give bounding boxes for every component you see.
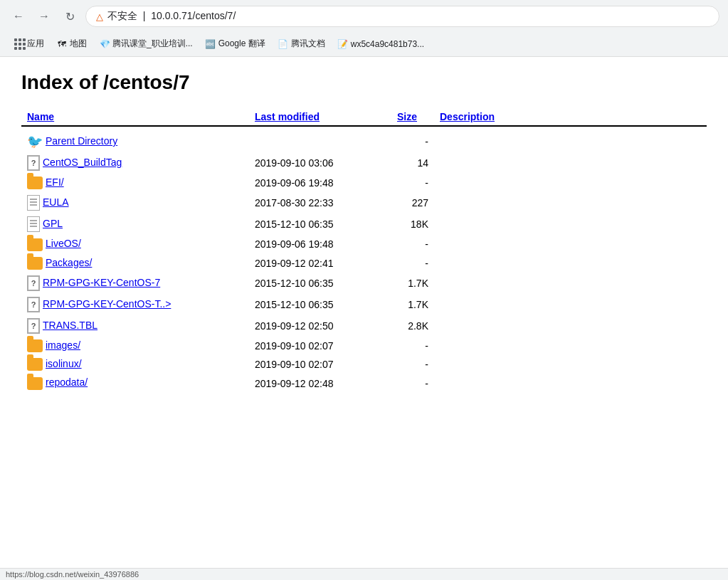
table-row: GPL2015-12-10 06:3518K <box>21 213 707 235</box>
bookmark-map[interactable]: 🗺 地图 <box>51 36 93 52</box>
file-size-cell: - <box>391 174 434 192</box>
table-row: LiveOS/2019-09-06 19:48- <box>21 235 707 253</box>
file-name-cell: EFI/ <box>21 174 249 192</box>
reload-button[interactable]: ↻ <box>60 6 80 26</box>
table-row: Packages/2019-09-12 02:41- <box>21 254 707 273</box>
file-link[interactable]: EULA <box>43 196 69 208</box>
file-desc-cell <box>434 152 707 174</box>
file-name-cell: repodata/ <box>21 374 249 392</box>
file-modified-cell: 2019-09-10 02:07 <box>249 355 391 374</box>
file-name-cell: TRANS.TBL <box>21 315 249 337</box>
file-link[interactable]: Packages/ <box>46 257 92 268</box>
apps-grid-icon <box>14 39 24 49</box>
file-size-cell: 1.7K <box>391 273 434 294</box>
folder-icon <box>27 358 43 371</box>
name-sort-link[interactable]: Name <box>27 111 54 122</box>
bookmark-apps[interactable]: 应用 <box>9 36 50 52</box>
folder-icon <box>27 238 43 251</box>
file-link[interactable]: LiveOS/ <box>46 238 81 249</box>
file-desc-cell <box>434 213 707 235</box>
file-name-cell: CentOS_BuildTag <box>21 152 249 174</box>
security-label: 不安全 <box>107 10 137 21</box>
table-row: images/2019-09-10 02:07- <box>21 337 707 355</box>
file-size-cell: - <box>391 126 434 152</box>
address-bar[interactable]: △ 不安全 | 10.0.0.71/centos/7/ <box>85 6 719 27</box>
file-link[interactable]: EFI/ <box>46 176 64 188</box>
browser-chrome: ← → ↻ △ 不安全 | 10.0.0.71/centos/7/ 应用 � <box>0 0 728 57</box>
bookmark-tencent-doc[interactable]: 📄 腾讯文档 <box>273 36 331 52</box>
file-link[interactable]: TRANS.TBL <box>43 320 97 331</box>
tencent-class-icon: 💎 <box>100 39 110 49</box>
file-modified-cell: 2019-09-10 02:07 <box>249 337 391 355</box>
bookmark-tencent-class[interactable]: 💎 腾讯课堂_职业培训... <box>94 36 199 52</box>
file-modified-cell <box>249 126 391 152</box>
file-link[interactable]: repodata/ <box>46 376 88 388</box>
unknown-file-icon <box>27 155 40 171</box>
file-size-cell: - <box>391 374 434 392</box>
file-modified-cell: 2019-09-10 03:06 <box>249 152 391 174</box>
file-name-cell: EULA <box>21 192 249 213</box>
file-size-cell: 227 <box>391 192 434 213</box>
table-row: EFI/2019-09-06 19:48- <box>21 174 707 192</box>
file-modified-cell: 2019-09-12 02:41 <box>249 254 391 273</box>
file-link[interactable]: Parent Directory <box>46 135 117 147</box>
security-warning-icon: △ <box>96 11 103 22</box>
unknown-file-icon <box>27 275 40 291</box>
file-link[interactable]: RPM-GPG-KEY-CentOS-T..> <box>43 298 171 310</box>
file-desc-cell <box>434 374 707 392</box>
table-row: isolinux/2019-09-10 02:07- <box>21 355 707 374</box>
bookmark-apps-label: 应用 <box>27 38 44 50</box>
file-desc-cell <box>434 355 707 374</box>
file-desc-cell <box>434 273 707 294</box>
file-link[interactable]: images/ <box>46 339 80 351</box>
file-desc-cell <box>434 192 707 213</box>
file-size-cell: - <box>391 355 434 374</box>
modified-sort-link[interactable]: Last modified <box>255 111 320 122</box>
page-content: Index of /centos/7 Name Last modified Si… <box>0 57 728 407</box>
file-size-cell: 2.8K <box>391 315 434 337</box>
desc-sort-link[interactable]: Description <box>440 111 495 122</box>
file-modified-cell: 2019-09-12 02:50 <box>249 315 391 337</box>
file-desc-cell <box>434 254 707 273</box>
page-title: Index of /centos/7 <box>21 71 707 94</box>
file-desc-cell <box>434 315 707 337</box>
text-file-icon <box>27 195 40 211</box>
unknown-file-icon <box>27 318 40 334</box>
map-icon: 🗺 <box>57 39 67 49</box>
file-link[interactable]: RPM-GPG-KEY-CentOS-7 <box>43 277 160 288</box>
tencent-doc-icon: 📄 <box>278 39 288 49</box>
file-link[interactable]: CentOS_BuildTag <box>43 157 122 168</box>
file-size-cell: - <box>391 235 434 253</box>
col-header-modified: Last modified <box>249 108 391 126</box>
file-modified-cell: 2019-09-06 19:48 <box>249 235 391 253</box>
parent-dir-icon: 🐦 <box>27 135 43 149</box>
file-size-cell: - <box>391 337 434 355</box>
folder-icon <box>27 257 43 270</box>
file-name-cell: Packages/ <box>21 254 249 273</box>
back-button[interactable]: ← <box>9 6 28 26</box>
url-text: 10.0.0.71/centos/7/ <box>151 10 236 21</box>
file-link[interactable]: isolinux/ <box>46 358 82 369</box>
size-sort-link[interactable]: Size <box>397 111 417 122</box>
file-desc-cell <box>434 235 707 253</box>
col-header-name: Name <box>21 108 249 126</box>
navigation-bar: ← → ↻ △ 不安全 | 10.0.0.71/centos/7/ <box>0 0 728 33</box>
directory-table: Name Last modified Size Description 🐦Par… <box>21 108 707 393</box>
file-modified-cell: 2015-12-10 06:35 <box>249 294 391 315</box>
google-translate-icon: 🔤 <box>206 39 216 49</box>
bookmark-google-translate-label: Google 翻译 <box>218 38 265 50</box>
file-modified-cell: 2019-09-12 02:48 <box>249 374 391 392</box>
forward-button[interactable]: → <box>34 6 54 26</box>
bookmark-wx[interactable]: 📝 wx5c4a9c481b73... <box>332 37 430 51</box>
bookmark-google-translate[interactable]: 🔤 Google 翻译 <box>200 36 271 52</box>
table-row: CentOS_BuildTag2019-09-10 03:0614 <box>21 152 707 174</box>
file-name-cell: isolinux/ <box>21 355 249 374</box>
file-size-cell: 1.7K <box>391 294 434 315</box>
table-row: TRANS.TBL2019-09-12 02:502.8K <box>21 315 707 337</box>
file-desc-cell <box>434 337 707 355</box>
file-name-cell: images/ <box>21 337 249 355</box>
file-modified-cell: 2017-08-30 22:33 <box>249 192 391 213</box>
text-file-icon <box>27 216 40 232</box>
file-desc-cell <box>434 294 707 315</box>
file-link[interactable]: GPL <box>43 218 63 229</box>
